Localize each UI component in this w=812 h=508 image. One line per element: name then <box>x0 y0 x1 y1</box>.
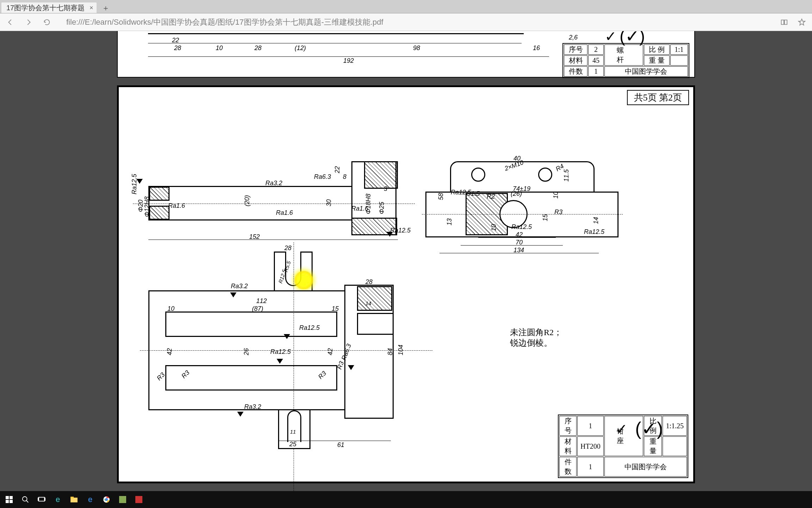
dim: 28 <box>284 244 291 252</box>
dim: 30 <box>325 199 333 206</box>
drawing-note: 未注圆角R2； 锐边倒棱。 <box>510 327 562 348</box>
dim: (12) <box>295 44 306 52</box>
dim: Φ12H8 <box>143 196 151 217</box>
dim: 28 <box>174 44 181 52</box>
dim: 98 <box>413 44 420 52</box>
ie-icon[interactable]: e <box>82 492 98 507</box>
dim: 42 <box>516 231 523 238</box>
back-button[interactable] <box>5 17 16 28</box>
dim: 134 <box>513 247 524 254</box>
browser-tab[interactable]: 17图学协会第十七期赛题 × <box>1 2 97 13</box>
dim: 11 <box>290 429 296 435</box>
dim: 8 <box>343 173 346 181</box>
taskbar-app-icon[interactable] <box>115 492 130 507</box>
svg-rect-7 <box>38 498 39 500</box>
surface-finish: Ra12.5 <box>270 348 291 356</box>
dim: 10 <box>167 305 174 313</box>
svg-rect-6 <box>39 497 45 501</box>
address-field[interactable]: file:///E:/learn/Solidworks/中国图学协会真题/图纸/… <box>66 17 771 28</box>
dim: 16 <box>533 44 540 52</box>
dim: 3 <box>384 185 387 193</box>
dim: 26 <box>243 348 250 355</box>
surface-finish: Ra12.5 <box>299 324 320 332</box>
reading-view-icon[interactable] <box>779 17 789 28</box>
dim: 15 <box>542 214 549 221</box>
favorite-icon[interactable] <box>796 17 807 28</box>
taskbar: e e <box>0 491 812 508</box>
start-button[interactable] <box>1 492 17 507</box>
dim: (26) <box>511 190 522 198</box>
pdf-page-partial: 22 28 10 28 (12) 98 16 192 2,6 序号2 螺 杆 比… <box>117 31 695 78</box>
taskbar-app-icon[interactable] <box>131 492 147 507</box>
surface-finish: Ra12.5 <box>451 189 471 196</box>
dim: 14 <box>365 300 371 306</box>
surface-finish: Ra6.3 <box>314 173 331 181</box>
surface-finish: Ra3.2 <box>244 403 261 411</box>
address-bar: file:///E:/learn/Solidworks/中国图学协会真题/图纸/… <box>0 13 812 31</box>
dim: 104 <box>397 345 405 355</box>
surface-finish: Ra12.5 <box>131 174 138 194</box>
surface-finish: Ra3.2 <box>231 283 248 290</box>
surface-finish: Ra1.6 <box>276 209 293 217</box>
dim: Φ25 <box>378 202 386 214</box>
dim: 11.5 <box>563 169 570 182</box>
dim: R2 <box>487 193 495 200</box>
dim: 15 <box>332 305 339 313</box>
dim: 28 <box>365 278 373 286</box>
cursor-highlight <box>294 271 313 290</box>
file-explorer-icon[interactable] <box>66 492 82 507</box>
dim: 84 <box>387 348 394 355</box>
svg-rect-3 <box>10 500 13 503</box>
svg-rect-1 <box>10 496 13 499</box>
svg-line-5 <box>26 501 29 503</box>
surface-finish-symbol: ✓ <box>605 31 617 44</box>
surface-finish-symbol: (✓) <box>620 31 645 46</box>
surface-finish: Ra12.5 <box>390 227 411 234</box>
dim: 22 <box>334 166 341 173</box>
new-tab-button[interactable]: ＋ <box>101 3 111 13</box>
dim: 2,6 <box>569 34 578 41</box>
tab-title: 17图学协会第十七期赛题 <box>6 3 85 13</box>
forward-button[interactable] <box>23 17 34 28</box>
dim: (20) <box>244 195 251 206</box>
surface-finish: Ra12.5 <box>584 228 604 236</box>
dim: 22 <box>172 37 179 44</box>
dim: Φ18H8 <box>365 194 372 214</box>
dim: 42 <box>327 348 334 355</box>
dim: 25 <box>289 441 296 448</box>
dim: 13 <box>446 218 453 225</box>
title-block: 序号1 钳 座 比 例1:1.25 材料HT200 重 量 件数1 中国图学学会 <box>558 415 688 478</box>
page-number-label: 共5页 第2页 <box>627 90 689 105</box>
dim: 10 <box>216 44 223 52</box>
dim: 58 <box>437 193 445 200</box>
search-icon[interactable] <box>18 492 33 507</box>
dim: 61 <box>337 441 344 449</box>
close-icon[interactable]: × <box>88 5 94 11</box>
dim: 70 <box>516 239 523 246</box>
tab-bar: 17图学协会第十七期赛题 × ＋ <box>0 0 812 13</box>
refresh-button[interactable] <box>42 17 52 28</box>
dim: (87) <box>252 305 263 313</box>
svg-point-4 <box>23 497 27 501</box>
svg-rect-10 <box>70 497 74 498</box>
surface-finish: Ra12.5 <box>511 223 532 231</box>
dim: 10 <box>490 224 498 231</box>
dim: 42 <box>166 348 173 355</box>
dim: 14 <box>592 217 600 224</box>
dim: 28 <box>254 44 262 52</box>
svg-rect-14 <box>135 496 142 503</box>
task-view-icon[interactable] <box>34 492 49 507</box>
svg-rect-13 <box>119 496 126 503</box>
surface-finish: Ra1.6 <box>168 202 185 210</box>
dim: 192 <box>343 57 354 65</box>
chrome-icon[interactable] <box>99 492 114 507</box>
svg-rect-0 <box>6 496 9 499</box>
pdf-page: 共5页 第2页 Ra12.5 Φ20 Φ12H8 Ra1.6 (20) Ra3.… <box>117 85 695 483</box>
dim: R3 <box>554 208 562 216</box>
title-block-top: 序号2 螺 杆 比 例1:1 材料45 重 量 件数1 中国图学学会 <box>562 43 689 78</box>
dim: 10 <box>552 192 560 199</box>
dim: 152 <box>249 233 260 241</box>
pdf-viewer[interactable]: 22 28 10 28 (12) 98 16 192 2,6 序号2 螺 杆 比… <box>0 31 812 491</box>
edge-icon[interactable]: e <box>50 492 66 507</box>
svg-rect-8 <box>44 498 45 500</box>
